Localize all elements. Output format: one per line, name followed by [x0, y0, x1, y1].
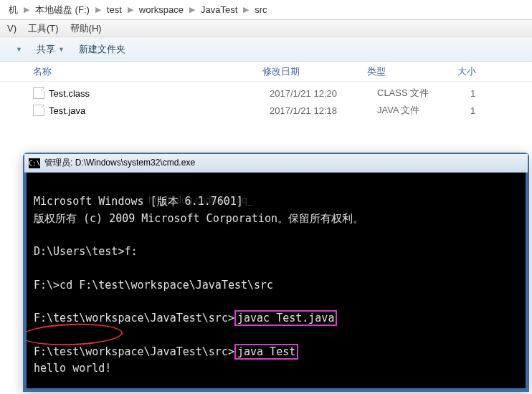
console-output-hello: hello world! [34, 362, 111, 375]
menu-help[interactable]: 帮助(H) [65, 22, 108, 35]
file-name: Test.java [49, 105, 85, 116]
chevron-right-icon: ▶ [94, 5, 103, 14]
new-folder-label: 新建文件夹 [79, 43, 125, 56]
share-label: 共享 [37, 43, 55, 56]
console-title-text: 管理员: D:\Windows\system32\cmd.exe [44, 157, 195, 169]
console-line: F:\>cd F:\test\workspace\JavaTest\src [34, 279, 273, 292]
console-title-bar[interactable]: C:\ 管理员: D:\Windows\system32\cmd.exe [24, 154, 528, 173]
file-name: Test.class [49, 88, 90, 99]
file-icon [33, 87, 44, 99]
console-window: C:\ 管理员: D:\Windows\system32\cmd.exe Mic… [23, 153, 529, 392]
chevron-down-icon: ▼ [16, 46, 22, 53]
column-header-type[interactable]: 类型 [367, 65, 457, 78]
file-size: 1 [470, 105, 513, 116]
console-line: 版权所有 (c) 2009 Microsoft Corporation。保留所有… [34, 212, 364, 225]
menu-bar: V) 工具(T) 帮助(H) [0, 20, 532, 37]
breadcrumb-segment-src[interactable]: src [250, 0, 271, 19]
column-header-size[interactable]: 大小 [457, 65, 499, 78]
menu-tools[interactable]: 工具(T) [22, 22, 65, 35]
console-body[interactable]: Microsoft Windows [版本 6.1.7601] 版权所有 (c)… [24, 173, 528, 390]
menu-view[interactable]: V) [1, 23, 22, 34]
file-list-header: 名称 修改日期 类型 大小 [0, 62, 532, 82]
file-size: 1 [470, 88, 513, 99]
breadcrumb-segment-javatest[interactable]: JavaTest [196, 0, 242, 19]
file-row[interactable]: Test.java 2017/1/21 12:18 JAVA 文件 1 [33, 102, 532, 119]
chevron-right-icon: ▶ [126, 5, 135, 14]
file-icon [33, 105, 44, 116]
cmd-icon: C:\ [29, 158, 40, 168]
file-list: Test.class 2017/1/21 12:20 CLASS 文件 1 Te… [0, 82, 532, 128]
file-row[interactable]: Test.class 2017/1/21 12:20 CLASS 文件 1 [33, 85, 532, 102]
console-line: D:\Users\test>f: [34, 245, 138, 258]
new-folder-button[interactable]: 新建文件夹 [72, 43, 133, 56]
toolbar: ▼ 共享 ▼ 新建文件夹 [0, 37, 532, 62]
ellipse-annotation [24, 322, 123, 347]
breadcrumb-segment-test[interactable]: test [103, 0, 126, 19]
open-dropdown-button[interactable]: ▼ [6, 46, 29, 53]
chevron-right-icon: ▶ [188, 5, 196, 14]
chevron-right-icon: ▶ [22, 5, 31, 14]
breadcrumb-segment-disk[interactable]: 本地磁盘 (F:) [31, 0, 94, 19]
console-line: F:\test\workspace\JavaTest\src>java Test [34, 345, 298, 358]
file-date: 2017/1/21 12:18 [270, 105, 377, 116]
chevron-right-icon: ▶ [242, 5, 250, 14]
file-type: JAVA 文件 [377, 104, 470, 117]
breadcrumb-segment-workspace[interactable]: workspace [135, 0, 188, 19]
column-header-date[interactable]: 修改日期 [262, 65, 367, 78]
column-header-name[interactable]: 名称 [33, 65, 262, 78]
breadcrumb-root[interactable]: 机 [4, 0, 22, 19]
console-line: F:\test\workspace\JavaTest\src>javac Tes… [34, 312, 337, 325]
share-button[interactable]: 共享 ▼ [29, 43, 72, 56]
file-type: CLASS 文件 [377, 87, 470, 100]
breadcrumb: 机 ▶ 本地磁盘 (F:) ▶ test ▶ workspace ▶ JavaT… [0, 0, 532, 20]
chevron-down-icon: ▼ [58, 46, 65, 53]
file-date: 2017/1/21 12:20 [270, 88, 377, 99]
console-line: Microsoft Windows [版本 6.1.7601] [34, 195, 243, 208]
highlight-java: java Test [234, 344, 298, 360]
highlight-javac: javac Test.java [234, 310, 337, 326]
